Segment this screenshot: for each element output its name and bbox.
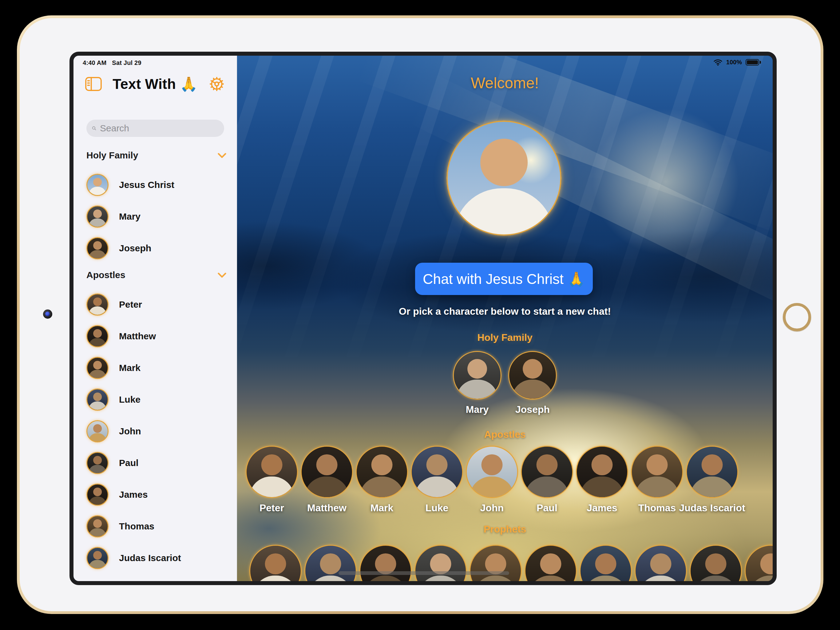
settings-button[interactable]	[208, 76, 225, 92]
prophet-tile-9[interactable]	[690, 545, 742, 581]
character-tile-matthew[interactable]: Matthew	[301, 446, 353, 514]
avatar	[87, 420, 109, 442]
welcome-title: Welcome!	[237, 74, 773, 92]
avatar	[87, 388, 109, 411]
prophet-tile-2[interactable]	[305, 545, 357, 581]
sidebar-section-header-holy-family[interactable]: Holy Family	[87, 149, 226, 161]
avatar	[411, 446, 463, 498]
prophet-tile-5[interactable]	[469, 545, 522, 581]
avatar	[631, 446, 683, 498]
character-name: Thomas	[638, 502, 676, 514]
sidebar-item-peter[interactable]: Peter	[87, 293, 228, 316]
avatar	[453, 351, 502, 400]
character-tile-mark[interactable]: Mark	[356, 446, 408, 514]
sidebar-item-thomas[interactable]: Thomas	[87, 515, 228, 537]
sidebar: 4:40 AM Sat Jul 29 Text With 🙏	[74, 56, 237, 581]
character-name: James	[587, 502, 617, 514]
avatar	[469, 545, 522, 581]
avatar	[524, 545, 577, 581]
avatar	[87, 547, 109, 569]
character-name: Mary	[119, 211, 141, 222]
chat-with-jesus-button[interactable]: Chat with Jesus Christ 🙏	[415, 263, 593, 295]
horizontal-scrollbar[interactable]	[338, 571, 509, 575]
sidebar-item-joseph[interactable]: Joseph	[87, 237, 228, 259]
sidebar-toggle-button[interactable]	[85, 77, 102, 91]
prophet-tile-10[interactable]	[745, 545, 773, 581]
character-tile-judas-iscariot[interactable]: Judas Iscariot	[686, 446, 738, 514]
avatar	[579, 545, 632, 581]
sidebar-header: Text With 🙏	[74, 73, 237, 95]
prophet-tile-4[interactable]	[414, 545, 467, 581]
search-input[interactable]	[100, 123, 219, 133]
avatar	[359, 545, 412, 581]
sidebar-item-paul[interactable]: Paul	[87, 452, 228, 474]
sidebar-item-luke[interactable]: Luke	[87, 388, 228, 411]
prophet-tile-7[interactable]	[579, 545, 632, 581]
character-name: Paul	[119, 458, 138, 468]
apostles-row: PeterMatthewMarkLukeJohnPaulJamesThomasJ…	[246, 446, 738, 514]
avatar	[87, 484, 109, 506]
avatar	[87, 515, 109, 537]
status-bar-right: 100%	[713, 59, 759, 66]
avatar	[466, 446, 518, 498]
sidebar-item-judas-iscariot[interactable]: Judas Iscariot	[87, 547, 228, 569]
chevron-down-icon[interactable]	[218, 272, 226, 278]
main-section-label-prophets: Prophets	[237, 524, 773, 535]
avatar	[576, 446, 628, 498]
sidebar-item-john[interactable]: John	[87, 420, 228, 442]
avatar	[686, 446, 738, 498]
character-name: Jesus Christ	[119, 180, 174, 190]
avatar	[414, 545, 467, 581]
character-name: Judas Iscariot	[679, 502, 745, 514]
character-tile-luke[interactable]: Luke	[411, 446, 463, 514]
main-section-label-holy-family: Holy Family	[237, 332, 773, 343]
avatar	[635, 545, 687, 581]
avatar	[305, 545, 357, 581]
prophet-tile-1[interactable]	[249, 545, 302, 581]
status-bar-left: 4:40 AM Sat Jul 29	[83, 59, 141, 66]
avatar	[521, 446, 573, 498]
sidebar-item-mary[interactable]: Mary	[87, 206, 228, 228]
avatar	[249, 545, 302, 581]
character-name: Paul	[537, 502, 557, 514]
character-name: Mary	[466, 404, 489, 415]
avatar	[87, 325, 109, 347]
character-tile-paul[interactable]: Paul	[521, 446, 573, 514]
app-title: Text With 🙏	[102, 76, 208, 92]
prophet-tile-3[interactable]	[359, 545, 412, 581]
sidebar-section-header-apostles[interactable]: Apostles	[87, 269, 226, 281]
battery-icon	[745, 59, 759, 65]
avatar	[356, 446, 408, 498]
character-name: Judas Iscariot	[119, 553, 181, 563]
character-tile-james[interactable]: James	[576, 446, 628, 514]
status-date: Sat Jul 29	[112, 59, 141, 66]
sidebar-character-list: Holy FamilyJesus ChristMaryJosephApostle…	[74, 147, 237, 581]
character-tile-mary[interactable]: Mary	[453, 351, 502, 415]
character-name: Matthew	[307, 502, 346, 514]
sidebar-item-matthew[interactable]: Matthew	[87, 325, 228, 347]
character-name: John	[480, 502, 504, 514]
character-name: Luke	[426, 502, 448, 514]
chevron-down-icon[interactable]	[218, 153, 226, 158]
character-tile-john[interactable]: John	[466, 446, 518, 514]
search-field[interactable]	[87, 120, 224, 137]
prophet-tile-6[interactable]	[524, 545, 577, 581]
character-tile-joseph[interactable]: Joseph	[508, 351, 557, 415]
character-name: Matthew	[119, 331, 156, 342]
home-button[interactable]	[783, 303, 811, 331]
sidebar-item-james[interactable]: James	[87, 484, 228, 506]
character-tile-thomas[interactable]: Thomas	[631, 446, 683, 514]
status-time: 4:40 AM	[83, 59, 106, 66]
sidebar-item-mark[interactable]: Mark	[87, 357, 228, 379]
wifi-icon	[713, 59, 723, 66]
main-content: 100% Welcome! Chat with Jesus Christ 🙏 O…	[237, 56, 773, 581]
main-section-label-apostles: Apostles	[237, 429, 773, 440]
character-name: Thomas	[119, 521, 154, 532]
character-name: Mark	[371, 502, 393, 514]
prophets-row	[249, 545, 773, 581]
prophet-tile-8[interactable]	[635, 545, 687, 581]
sidebar-item-jesus-christ[interactable]: Jesus Christ	[87, 174, 228, 196]
screen: 4:40 AM Sat Jul 29 Text With 🙏	[69, 52, 777, 585]
section-label: Holy Family	[87, 150, 138, 161]
character-tile-peter[interactable]: Peter	[246, 446, 298, 514]
